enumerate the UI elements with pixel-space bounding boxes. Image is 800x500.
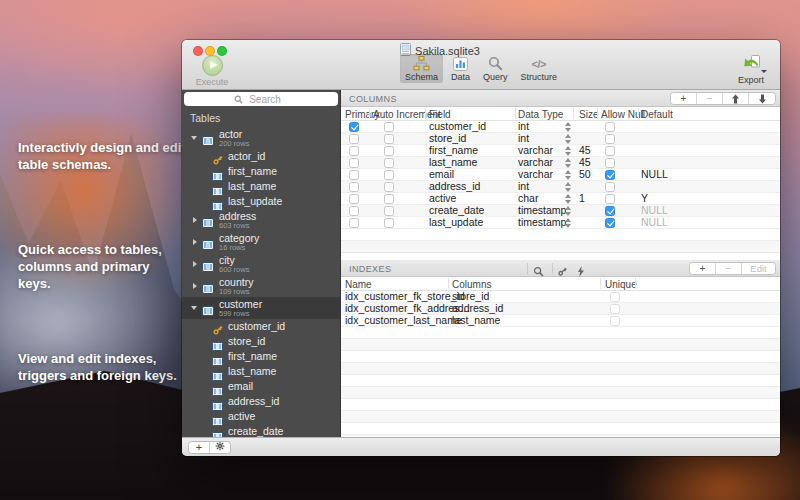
auto-increment-checkbox[interactable] xyxy=(384,206,394,216)
allow-null-checkbox[interactable] xyxy=(605,206,615,216)
allow-null-checkbox[interactable] xyxy=(605,146,615,156)
sidebar-table-address[interactable]: address603 rows xyxy=(182,209,340,231)
sidebar-column-create_date[interactable]: create_date xyxy=(182,424,340,437)
data-type-stepper[interactable] xyxy=(565,182,572,192)
cell: int xyxy=(518,133,529,144)
primary-checkbox[interactable] xyxy=(349,146,359,156)
columns-minus-button[interactable]: − xyxy=(697,93,723,104)
columns-plus-button[interactable]: + xyxy=(671,93,697,104)
columns-table-row[interactable]: last_namevarchar45 xyxy=(341,157,780,169)
sidebar-column-address_id[interactable]: address_id xyxy=(182,394,340,409)
allow-null-checkbox[interactable] xyxy=(605,122,615,132)
column-header: Name xyxy=(345,279,372,290)
sidebar-column-active[interactable]: active xyxy=(182,409,340,424)
disclosure-triangle-icon[interactable] xyxy=(193,261,197,267)
disclosure-triangle-icon[interactable] xyxy=(191,136,197,140)
columns-table-row[interactable]: emailvarchar50NULL xyxy=(341,169,780,181)
primary-checkbox[interactable] xyxy=(349,122,359,132)
data-type-stepper[interactable] xyxy=(565,218,572,228)
sidebar-column-store_id[interactable]: store_id xyxy=(182,334,340,349)
unique-checkbox[interactable] xyxy=(610,316,620,326)
primary-checkbox[interactable] xyxy=(349,170,359,180)
columns-arrow-down-button[interactable] xyxy=(749,93,775,104)
data-type-stepper[interactable] xyxy=(565,170,572,180)
cell: 45 xyxy=(579,145,591,156)
disclosure-triangle-icon[interactable] xyxy=(191,306,197,310)
indexes-plus-button[interactable]: + xyxy=(690,263,716,274)
index-table-row[interactable]: idx_customer_last_namelast_name xyxy=(341,315,780,327)
auto-increment-checkbox[interactable] xyxy=(384,146,394,156)
indexes-panel-header: INDEXES +−Edit xyxy=(341,260,780,277)
unique-checkbox[interactable] xyxy=(610,304,620,314)
auto-increment-checkbox[interactable] xyxy=(384,170,394,180)
indexes-minus-button[interactable]: − xyxy=(716,263,742,274)
columns-table-row[interactable]: customer_idint xyxy=(341,121,780,133)
data-type-stepper[interactable] xyxy=(565,158,572,168)
sidebar-column-actor_id[interactable]: actor_id xyxy=(182,149,340,164)
table-icon xyxy=(202,214,214,232)
table-row-count: 603 rows xyxy=(219,222,340,230)
primary-checkbox[interactable] xyxy=(349,194,359,204)
header-separator xyxy=(635,278,636,289)
cell: address_id xyxy=(429,181,480,192)
data-type-stepper[interactable] xyxy=(565,194,572,204)
tab-data[interactable]: Data xyxy=(446,54,475,83)
disclosure-triangle-icon[interactable] xyxy=(193,217,197,223)
execute-button[interactable]: Execute xyxy=(190,55,234,87)
sidebar-column-first_name[interactable]: first_name xyxy=(182,349,340,364)
disclosure-triangle-icon[interactable] xyxy=(193,239,197,245)
tab-schema[interactable]: Schema xyxy=(400,54,443,83)
tab-query[interactable]: Query xyxy=(478,54,513,83)
search-input[interactable] xyxy=(184,92,338,106)
sidebar-table-actor[interactable]: actor200 rows xyxy=(182,127,340,149)
allow-null-checkbox[interactable] xyxy=(605,194,615,204)
data-type-stepper[interactable] xyxy=(565,134,572,144)
column-name: last_name xyxy=(228,364,340,379)
auto-increment-checkbox[interactable] xyxy=(384,122,394,132)
columns-arrow-up-button[interactable] xyxy=(723,93,749,104)
primary-checkbox[interactable] xyxy=(349,218,359,228)
allow-null-checkbox[interactable] xyxy=(605,134,615,144)
sidebar-column-email[interactable]: email xyxy=(182,379,340,394)
data-type-stepper[interactable] xyxy=(565,206,572,216)
columns-table-row[interactable]: last_updatetimestampNULL xyxy=(341,217,780,229)
columns-table-row[interactable]: address_idint xyxy=(341,181,780,193)
primary-checkbox[interactable] xyxy=(349,134,359,144)
disclosure-triangle-icon[interactable] xyxy=(193,283,197,289)
unique-checkbox[interactable] xyxy=(610,292,620,302)
sidebar-column-first_name[interactable]: first_name xyxy=(182,164,340,179)
primary-checkbox[interactable] xyxy=(349,158,359,168)
add-table-button[interactable]: + xyxy=(189,442,210,453)
search-field[interactable] xyxy=(184,92,338,106)
sidebar-column-last_name[interactable]: last_name xyxy=(182,179,340,194)
auto-increment-checkbox[interactable] xyxy=(384,218,394,228)
sidebar-column-customer_id[interactable]: customer_id xyxy=(182,319,340,334)
allow-null-checkbox[interactable] xyxy=(605,170,615,180)
indexes-edit-button[interactable]: Edit xyxy=(742,263,775,274)
columns-buttons: +− xyxy=(670,92,776,105)
allow-null-checkbox[interactable] xyxy=(605,182,615,192)
auto-increment-checkbox[interactable] xyxy=(384,194,394,204)
allow-null-checkbox[interactable] xyxy=(605,158,615,168)
primary-checkbox[interactable] xyxy=(349,206,359,216)
export-button[interactable]: Export xyxy=(730,55,772,85)
columns-table-row[interactable]: store_idint xyxy=(341,133,780,145)
allow-null-checkbox[interactable] xyxy=(605,218,615,228)
sidebar-table-category[interactable]: category16 rows xyxy=(182,231,340,253)
auto-increment-checkbox[interactable] xyxy=(384,134,394,144)
sidebar-column-last_name[interactable]: last_name xyxy=(182,364,340,379)
primary-checkbox[interactable] xyxy=(349,182,359,192)
data-type-stepper[interactable] xyxy=(565,146,572,156)
sidebar-table-city[interactable]: city600 rows xyxy=(182,253,340,275)
sidebar-table-customer[interactable]: customer599 rows xyxy=(182,297,340,319)
auto-increment-checkbox[interactable] xyxy=(384,158,394,168)
data-type-stepper[interactable] xyxy=(565,122,572,132)
columns-table-row[interactable]: first_namevarchar45 xyxy=(341,145,780,157)
auto-increment-checkbox[interactable] xyxy=(384,182,394,192)
settings-button[interactable] xyxy=(210,442,230,453)
cell: store_id xyxy=(429,133,466,144)
tab-label: Structure xyxy=(521,72,558,82)
sidebar-column-last_update[interactable]: last_update xyxy=(182,194,340,209)
tab-structure[interactable]: </>Structure xyxy=(516,54,563,83)
sidebar-table-country[interactable]: country109 rows xyxy=(182,275,340,297)
